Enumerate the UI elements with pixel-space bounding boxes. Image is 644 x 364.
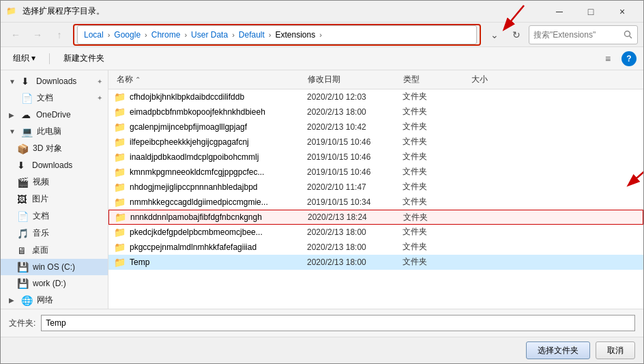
sidebar-item-desktop[interactable]: 🖥 桌面 xyxy=(1,242,108,259)
drive-icon: 💾 xyxy=(17,278,29,289)
sidebar-item-music[interactable]: 🎵 音乐 xyxy=(1,225,108,242)
sidebar-label: 图片 xyxy=(32,193,102,205)
table-row[interactable]: 📁 eimadpbcbfnmbkopoojfekhnkhdbieeh 2020/… xyxy=(108,104,643,120)
sidebar-item-thispc[interactable]: ▼ 💻 此电脑 xyxy=(1,123,108,140)
sidebar-label: Downloads xyxy=(32,160,102,170)
file-type: 文件夹 xyxy=(402,241,471,253)
table-row[interactable]: 📁 pkgccpejnmalmdlnmhkkfafefagiiiad 2020/… xyxy=(108,240,643,255)
folder-icon: 📁 xyxy=(114,257,126,268)
table-row[interactable]: 📁 pkedcjkdefgpdelpbcmbmeomcjbee... 2020/… xyxy=(108,225,643,240)
up-button[interactable]: ↑ xyxy=(50,25,69,44)
back-button[interactable]: ← xyxy=(6,25,25,44)
col-size-header[interactable]: 大小 xyxy=(469,74,523,85)
videos-icon: 🎬 xyxy=(17,177,29,188)
sidebar-label: OneDrive xyxy=(36,110,102,120)
table-row[interactable]: 📁 inaaldjpdbkaodlmdcplgpoibohcmmlj 2019/… xyxy=(108,150,643,165)
search-input[interactable] xyxy=(529,25,638,44)
table-row[interactable]: 📁 kmnmkpgmneeokldcmfcgjppgpcfec... 2019/… xyxy=(108,165,643,180)
sidebar-item-3dobjects[interactable]: 📦 3D 对象 xyxy=(1,140,108,157)
downloads-icon: ⬇ xyxy=(17,160,28,171)
table-row-highlighted[interactable]: 📁 nnnkddnnlpamobajfibfdgfnbcnkgngh 2020/… xyxy=(108,210,643,225)
sidebar-item-documents[interactable]: 📄 文档 xyxy=(1,208,108,225)
file-date: 2020/2/13 18:24 xyxy=(308,212,403,222)
folder-icon: 📁 xyxy=(114,242,126,253)
select-folder-button[interactable]: 选择文件夹 xyxy=(526,341,590,359)
breadcrumb-default[interactable]: Default xyxy=(237,29,267,40)
file-type: 文件夹 xyxy=(402,226,471,238)
file-date: 2020/2/13 18:00 xyxy=(307,227,402,237)
sidebar-item-downloads-pin[interactable]: ▼ ⬇ Downloads ✦ xyxy=(1,73,108,89)
file-date: 2019/10/15 10:46 xyxy=(307,137,402,147)
col-name-header[interactable]: 名称 ⌃ xyxy=(114,74,305,85)
breadcrumb-userdata[interactable]: User Data xyxy=(189,29,230,40)
file-type: 文件夹 xyxy=(402,166,471,178)
address-bar[interactable]: Local › Google › Chrome › User Data › De… xyxy=(77,25,477,44)
close-button[interactable]: × xyxy=(606,1,638,23)
file-date: 2020/2/13 18:00 xyxy=(307,257,402,267)
file-name: inaaldjpdbkaodlmdcplgpoibohcmmlj xyxy=(130,152,307,162)
sidebar-item-documents-pin[interactable]: 📄 文档 ✦ xyxy=(1,89,108,107)
breadcrumb-local[interactable]: Local xyxy=(82,29,106,40)
table-row[interactable]: 📁 ilfepeibcpheekkkjehgijcgpagafcnj 2019/… xyxy=(108,135,643,150)
sidebar-item-network[interactable]: ▶ 🌐 网络 xyxy=(1,292,108,309)
network-icon: 🌐 xyxy=(21,295,33,306)
file-name: nnnkddnnlpamobajfibfdgfnbcnkgngh xyxy=(130,212,308,222)
table-row[interactable]: 📁 gcalenpjmijncebpfijmoaglllgpjagf 2020/… xyxy=(108,120,643,135)
desktop-icon: 🖥 xyxy=(17,245,28,256)
sidebar-item-pictures[interactable]: 🖼 图片 xyxy=(1,191,108,208)
file-type: 文件夹 xyxy=(402,151,471,163)
sidebar-label: 此电脑 xyxy=(37,126,102,137)
pictures-icon: 🖼 xyxy=(17,194,28,205)
sidebar-item-workd[interactable]: 💾 work (D:) xyxy=(1,275,108,292)
minimize-button[interactable]: ─ xyxy=(544,1,575,23)
sidebar-label: 文档 xyxy=(33,210,102,222)
col-type-header[interactable]: 类型 xyxy=(400,74,469,85)
file-date: 2020/2/13 18:00 xyxy=(307,107,402,117)
maximize-button[interactable]: □ xyxy=(575,1,606,23)
dropdown-button[interactable]: ⌄ xyxy=(485,25,504,44)
breadcrumb-google[interactable]: Google xyxy=(112,29,143,40)
col-date-header[interactable]: 修改日期 xyxy=(305,74,400,85)
refresh-button[interactable]: ↻ xyxy=(507,25,526,44)
title-bar: 📁 选择扩展程序字目录。 ─ □ × xyxy=(1,1,643,23)
file-name: kmnmkpgmneeokldcmfcgjppgpcfec... xyxy=(130,167,307,177)
forward-button[interactable]: → xyxy=(28,25,47,44)
table-row[interactable]: 📁 nhdogjmejiglipccpnnnanhbledajbpd 2020/… xyxy=(108,180,643,195)
organize-bar: 组织 ▾ 新建文件夹 ≡ ? xyxy=(1,47,643,70)
file-list: 📁 cfhdojbkjhnklbpkdaibdccdilifddb 2020/2… xyxy=(108,89,643,309)
sidebar-item-onedrive[interactable]: ▶ ☁ OneDrive xyxy=(1,107,108,123)
3dobjects-icon: 📦 xyxy=(17,143,29,154)
organize-button[interactable]: 组织 ▾ xyxy=(8,50,41,68)
new-folder-button[interactable]: 新建文件夹 xyxy=(58,50,110,68)
cancel-button[interactable]: 取消 xyxy=(596,341,635,359)
file-type: 文件夹 xyxy=(402,106,471,117)
folder-icon: 📁 xyxy=(114,137,126,148)
window-controls: ─ □ × xyxy=(544,1,638,23)
sidebar-item-downloads[interactable]: ⬇ Downloads xyxy=(1,157,108,173)
file-date: 2020/2/10 12:03 xyxy=(307,92,402,102)
breadcrumb-extensions[interactable]: Extensions xyxy=(274,29,318,40)
table-row-temp[interactable]: 📁 Temp 2020/2/13 18:00 文件夹 xyxy=(108,255,643,270)
file-name: pkgccpejnmalmdlnmhkkfafefagiiiad xyxy=(130,242,307,252)
sidebar-label: 3D 对象 xyxy=(33,143,102,154)
table-row[interactable]: 📁 nmmhkkegccagdldgiimedpiccmgmie... 2019… xyxy=(108,195,643,210)
drive-icon: 💾 xyxy=(17,262,29,272)
expand-icon: ▶ xyxy=(9,111,17,119)
thispc-icon: 💻 xyxy=(21,126,33,137)
breadcrumb-chrome[interactable]: Chrome xyxy=(149,29,183,40)
view-button[interactable]: ≡ xyxy=(598,50,617,68)
table-row[interactable]: 📁 cfhdojbkjhnklbpkdaibdccdilifddb 2020/2… xyxy=(108,89,643,104)
file-name: Temp xyxy=(130,257,307,267)
file-name: ilfepeibcpheekkkjehgijcgpagafcnj xyxy=(130,137,307,147)
downloads-icon: ⬇ xyxy=(21,76,32,87)
expand-icon: ▼ xyxy=(9,78,17,85)
folder-icon: 📁 xyxy=(114,182,126,193)
sidebar-item-videos[interactable]: 🎬 视频 xyxy=(1,173,108,191)
expand-icon: ▶ xyxy=(9,296,17,304)
help-button[interactable]: ? xyxy=(621,51,636,66)
filename-label: 文件夹: xyxy=(9,318,35,329)
sidebar-item-winos[interactable]: 💾 win OS (C:) xyxy=(1,259,108,275)
sidebar-label: Downloads xyxy=(36,76,91,86)
toolbar: ← → ↑ Local › Google › Chrome › Us xyxy=(1,23,643,47)
filename-input[interactable] xyxy=(41,315,635,331)
